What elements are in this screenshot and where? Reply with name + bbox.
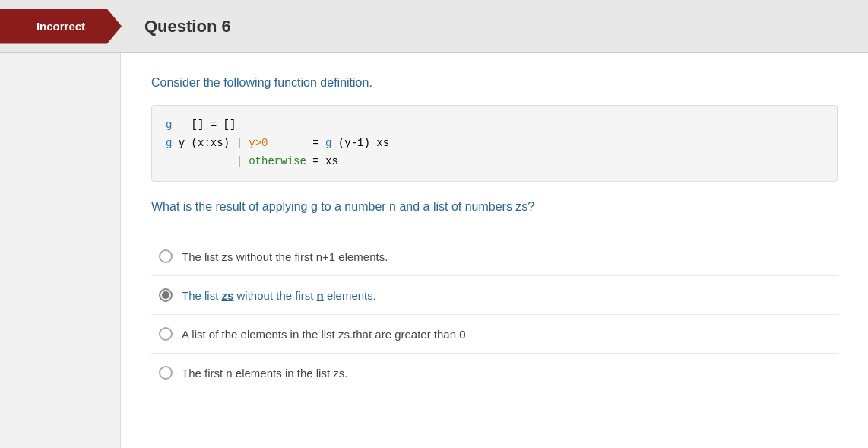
code-line-2: g y (x:xs) | y>0 = g (y-1) xs (166, 135, 823, 153)
content-area: Consider the following function definiti… (120, 53, 868, 448)
incorrect-label: Incorrect (36, 20, 85, 33)
header-bar: Incorrect Question 6 (0, 0, 868, 53)
option-text-1: The list zs without the first n+1 elemen… (182, 250, 388, 263)
option-text-4: The first n elements in the list zs. (182, 367, 347, 380)
option-text-3: A list of the elements in the list zs.th… (182, 328, 466, 341)
question-title: Question 6 (144, 17, 231, 37)
radio-1[interactable] (159, 249, 173, 263)
code-line-1: g _ [] = [] (166, 116, 823, 135)
incorrect-badge: Incorrect (0, 9, 122, 44)
radio-inner-2 (162, 291, 169, 299)
radio-2[interactable] (159, 288, 173, 302)
option-item-1[interactable]: The list zs without the first n+1 elemen… (151, 237, 838, 275)
intro-text: Consider the following function definiti… (151, 76, 838, 90)
question-text: What is the result of applying g to a nu… (151, 200, 838, 214)
option-item-2[interactable]: The list zs without the first n elements… (151, 275, 838, 314)
radio-3[interactable] (159, 327, 173, 341)
option-item-3[interactable]: A list of the elements in the list zs.th… (151, 314, 838, 353)
radio-4[interactable] (159, 366, 173, 380)
option-item-4[interactable]: The first n elements in the list zs. (151, 353, 838, 392)
options-list: The list zs without the first n+1 elemen… (151, 237, 838, 392)
option-text-2: The list zs without the first n elements… (182, 289, 376, 302)
code-block: g _ [] = [] g y (x:xs) | y>0 = g (y-1) x… (151, 105, 838, 182)
code-line-3: | otherwise = xs (166, 153, 823, 171)
